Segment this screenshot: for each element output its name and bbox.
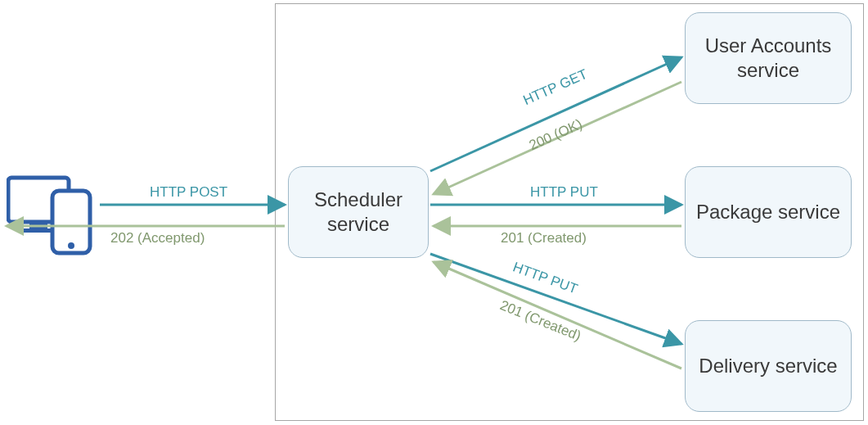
user-accounts-service-label: User Accounts service [686, 34, 851, 83]
delivery-service-label: Delivery service [699, 354, 837, 378]
svg-rect-1 [29, 222, 47, 228]
label-package-request: HTTP PUT [530, 184, 598, 201]
label-package-response: 201 (Created) [501, 230, 587, 246]
package-service-label: Package service [696, 200, 840, 224]
svg-point-4 [68, 242, 74, 249]
scheduler-service-label: Scheduler service [289, 188, 428, 237]
scheduler-service-node: Scheduler service [288, 166, 429, 258]
client-devices-icon [7, 166, 97, 256]
delivery-service-node: Delivery service [685, 320, 852, 412]
label-client-response: 202 (Accepted) [110, 230, 205, 246]
label-client-request: HTTP POST [150, 184, 227, 201]
user-accounts-service-node: User Accounts service [685, 12, 852, 104]
package-service-node: Package service [685, 166, 852, 258]
